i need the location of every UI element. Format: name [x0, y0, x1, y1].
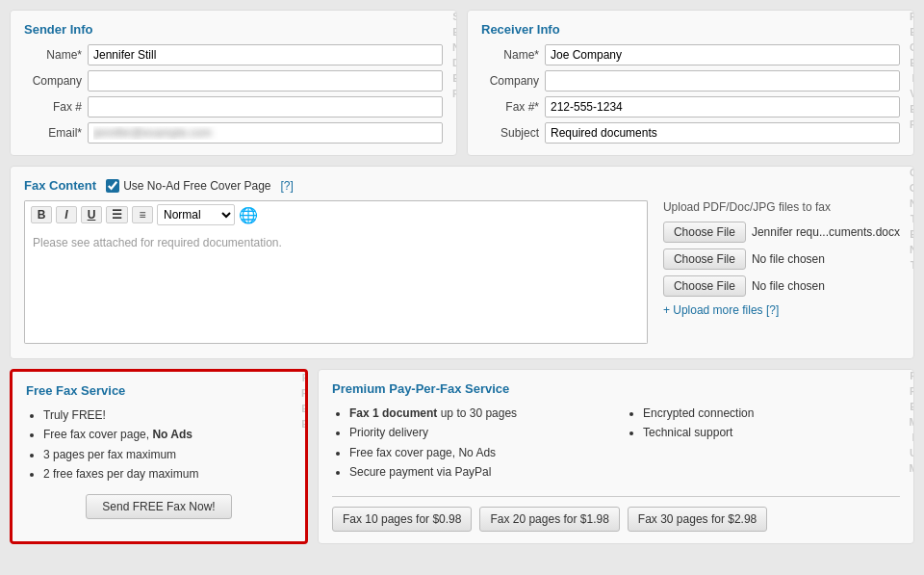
receiver-form: Name* Company Fax #* Subject	[481, 44, 900, 144]
premium-bullet-6: Technical support	[643, 423, 900, 442]
price-btn-10[interactable]: Fax 10 pages for $0.98	[332, 507, 472, 532]
price-btn-30[interactable]: Fax 30 pages for $2.98	[628, 507, 767, 532]
receiver-name-input[interactable]	[545, 44, 900, 65]
sender-email-input[interactable]	[88, 122, 443, 144]
file-row-2: Choose File No file chosen	[663, 248, 900, 270]
editor-textarea[interactable]: Please see attached for required documen…	[24, 228, 648, 344]
free-bullet-2: Free fax cover page, No Ads	[43, 425, 292, 444]
free-service-title: Free Fax Service	[26, 383, 292, 398]
content-title: Fax Content	[24, 178, 96, 193]
content-watermark: CONTENT	[908, 167, 914, 358]
upload-more-text: + Upload more files	[663, 303, 763, 317]
italic-button[interactable]: I	[56, 206, 77, 223]
unordered-list-button[interactable]: ≡	[132, 206, 153, 223]
receiver-subject-label: Subject	[481, 126, 539, 140]
receiver-fax-input[interactable]	[545, 96, 900, 118]
receiver-panel: Receiver Info Name* Company Fax #* Subje…	[467, 10, 914, 156]
sender-fax-input[interactable]	[88, 96, 443, 118]
globe-button[interactable]: 🌐	[239, 206, 258, 224]
price-row: Fax 10 pages for $0.98 Fax 20 pages for …	[332, 507, 900, 532]
free-bullet-4: 2 free faxes per day maximum	[43, 464, 292, 484]
no-ad-checkbox-label[interactable]: Use No-Ad Free Cover Page	[106, 179, 270, 193]
file-row-3: Choose File No file chosen	[663, 275, 900, 297]
file-row-1: Choose File Jennifer requ...cuments.docx	[663, 222, 900, 243]
receiver-name-label: Name*	[481, 48, 539, 62]
receiver-subject-input[interactable]	[545, 122, 900, 144]
underline-button[interactable]: U	[81, 206, 102, 223]
choose-file-btn-1[interactable]: Choose File	[663, 222, 746, 243]
no-ad-checkbox[interactable]	[106, 179, 119, 193]
free-watermark: FREE	[299, 372, 308, 541]
upload-more-link[interactable]: + Upload more files [?]	[663, 303, 779, 317]
receiver-company-label: Company	[481, 74, 539, 88]
free-service-panel: Free Fax Service Truly FREE! Free fax co…	[10, 369, 308, 544]
sender-fax-label: Fax #	[24, 100, 82, 114]
send-free-fax-button[interactable]: Send FREE Fax Now!	[86, 494, 231, 519]
premium-body: Fax 1 document up to 30 pages Priority d…	[332, 404, 900, 492]
sender-form: Name* Company Fax # Email*	[24, 44, 443, 144]
sender-company-label: Company	[24, 74, 82, 88]
premium-bullet-2: Priority delivery	[349, 423, 606, 442]
content-panel: Fax Content Use No-Ad Free Cover Page [?…	[10, 166, 914, 359]
sender-name-input[interactable]	[88, 44, 443, 65]
bold-button[interactable]: B	[31, 206, 52, 223]
page-wrapper: Sender Info Name* Company Fax # Email* S…	[10, 10, 914, 544]
premium-bullet-1: Fax 1 document up to 30 pages	[349, 404, 606, 423]
file-name-3: No file chosen	[752, 279, 825, 293]
middle-row: Fax Content Use No-Ad Free Cover Page [?…	[10, 166, 914, 359]
sender-title: Sender Info	[24, 22, 443, 37]
premium-bullet-4: Secure payment via PayPal	[349, 462, 606, 482]
sender-watermark: SENDER	[450, 11, 457, 155]
sender-email-label: Email*	[24, 126, 82, 140]
editor-toolbar: B I U ☰ ≡ Normal Heading 1 Heading 2 🌐	[24, 200, 648, 228]
sender-panel: Sender Info Name* Company Fax # Email* S…	[10, 10, 457, 156]
format-select[interactable]: Normal Heading 1 Heading 2	[157, 204, 235, 225]
choose-file-btn-2[interactable]: Choose File	[663, 248, 746, 270]
premium-col-2: Encrypted connection Technical support	[626, 404, 900, 492]
content-header: Fax Content Use No-Ad Free Cover Page [?…	[24, 178, 900, 193]
free-service-bullets: Truly FREE! Free fax cover page, No Ads …	[26, 405, 292, 484]
bottom-row: Free Fax Service Truly FREE! Free fax co…	[10, 369, 914, 544]
premium-service-title: Premium Pay-Per-Fax Service	[332, 381, 900, 396]
content-body: B I U ☰ ≡ Normal Heading 1 Heading 2 🌐 P…	[24, 200, 900, 347]
file-name-1: Jennifer requ...cuments.docx	[752, 225, 900, 239]
top-row: Sender Info Name* Company Fax # Email* S…	[10, 10, 914, 156]
receiver-title: Receiver Info	[481, 22, 900, 37]
sender-name-label: Name*	[24, 48, 82, 62]
premium-bullets-2: Encrypted connection Technical support	[626, 404, 900, 443]
ordered-list-button[interactable]: ☰	[106, 206, 128, 223]
receiver-watermark: RECEIVER	[908, 11, 914, 155]
choose-file-btn-3[interactable]: Choose File	[663, 275, 746, 297]
sender-company-input[interactable]	[88, 70, 443, 91]
premium-bullet-3: Free fax cover page, No Ads	[349, 443, 606, 462]
premium-watermark: PREMIUM	[908, 370, 914, 543]
price-btn-20[interactable]: Fax 20 pages for $1.98	[479, 507, 619, 532]
premium-bullets-1: Fax 1 document up to 30 pages Priority d…	[332, 404, 606, 483]
free-bullet-1: Truly FREE!	[43, 405, 292, 425]
premium-col-1: Fax 1 document up to 30 pages Priority d…	[332, 404, 606, 492]
upload-more-help: [?]	[766, 303, 779, 317]
file-name-2: No file chosen	[752, 252, 825, 266]
upload-title: Upload PDF/Doc/JPG files to fax	[663, 200, 900, 214]
editor-area: B I U ☰ ≡ Normal Heading 1 Heading 2 🌐 P…	[24, 200, 648, 347]
no-ad-label: Use No-Ad Free Cover Page	[123, 179, 270, 193]
no-ad-help-link[interactable]: [?]	[281, 179, 294, 193]
upload-area: Upload PDF/Doc/JPG files to fax Choose F…	[663, 200, 900, 347]
upload-more-row: + Upload more files [?]	[663, 302, 900, 317]
free-bullet-3: 3 pages per fax maximum	[43, 445, 292, 464]
receiver-company-input[interactable]	[545, 70, 900, 91]
receiver-fax-label: Fax #*	[481, 100, 539, 114]
premium-service-panel: Premium Pay-Per-Fax Service Fax 1 docume…	[318, 369, 914, 544]
premium-bullet-5: Encrypted connection	[643, 404, 900, 423]
